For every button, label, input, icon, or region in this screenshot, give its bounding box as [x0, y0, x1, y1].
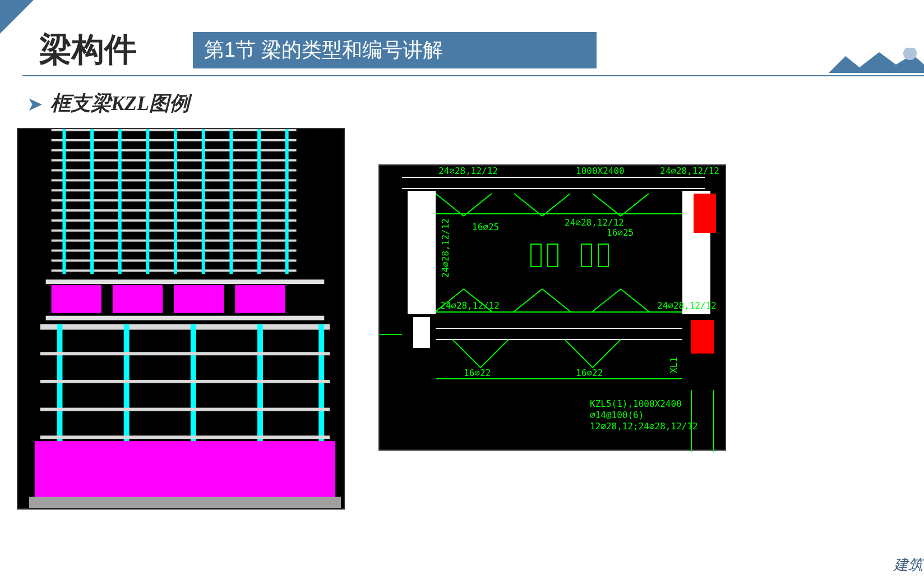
svg-rect-42 — [35, 441, 335, 502]
svg-rect-43 — [29, 497, 341, 508]
svg-rect-30 — [235, 285, 285, 313]
svg-rect-29 — [174, 285, 224, 313]
svg-rect-32 — [40, 324, 330, 330]
svg-rect-18 — [90, 129, 94, 274]
cad-block — [691, 320, 714, 354]
svg-line-64 — [565, 340, 593, 368]
svg-line-55 — [621, 289, 649, 311]
cad-truss — [436, 188, 682, 317]
cad-gridline — [380, 334, 402, 335]
svg-rect-21 — [174, 129, 177, 274]
building-render — [18, 129, 344, 508]
svg-rect-27 — [52, 285, 101, 313]
svg-rect-57 — [548, 244, 558, 267]
svg-rect-20 — [146, 129, 149, 274]
cad-label: 16⌀25 — [472, 222, 499, 232]
cad-label: 24⌀28,12/12 — [657, 300, 717, 311]
svg-line-63 — [481, 340, 509, 368]
building-3d-model — [17, 128, 345, 510]
svg-line-54 — [593, 289, 621, 311]
svg-rect-58 — [581, 244, 592, 267]
svg-rect-40 — [40, 408, 330, 411]
svg-line-65 — [593, 340, 621, 368]
svg-rect-56 — [531, 244, 541, 267]
subtitle-text: 框支梁KZL图例 — [50, 90, 190, 117]
cad-gridline — [713, 390, 714, 452]
cad-line — [402, 177, 705, 178]
svg-rect-28 — [113, 285, 163, 313]
svg-line-45 — [464, 194, 492, 216]
svg-line-48 — [593, 194, 621, 216]
svg-line-52 — [514, 289, 542, 311]
svg-line-53 — [542, 289, 570, 311]
bullet-arrow-icon: ➤ — [27, 93, 43, 115]
subtitle-row: ➤ 框支梁KZL图例 — [27, 90, 190, 117]
svg-line-62 — [452, 340, 481, 368]
cad-column — [413, 317, 430, 348]
cad-truss-bottom — [436, 328, 682, 384]
svg-rect-19 — [118, 129, 122, 274]
cad-gridline — [691, 390, 692, 452]
watermark: 建筑 — [894, 555, 923, 575]
cad-block — [694, 194, 716, 233]
cad-label: KZL5(1),1000X2400 — [590, 398, 682, 409]
corner-accent — [0, 0, 34, 34]
mountain-decoration-icon — [829, 48, 924, 73]
svg-rect-25 — [285, 129, 289, 274]
cad-label: 24⌀28,12/12 — [660, 166, 719, 176]
cad-column — [408, 191, 436, 314]
svg-line-47 — [542, 194, 570, 216]
svg-rect-39 — [40, 380, 330, 383]
main-title: 梁构件 — [39, 28, 137, 72]
svg-line-46 — [514, 194, 542, 216]
svg-rect-31 — [46, 316, 325, 320]
svg-rect-41 — [40, 435, 330, 439]
cad-label: 24⌀28,12/12 — [565, 217, 624, 228]
svg-rect-59 — [598, 244, 608, 267]
svg-rect-38 — [40, 352, 330, 355]
cad-label: ⌀14@100(6) — [590, 410, 644, 420]
svg-line-44 — [436, 194, 464, 216]
cad-label: 24⌀28,12/12 — [438, 166, 498, 176]
cad-drawing: 24⌀28,12/12 1000X2400 24⌀28,12/12 — [378, 164, 726, 451]
svg-rect-24 — [257, 129, 261, 274]
svg-rect-26 — [46, 279, 325, 284]
svg-rect-22 — [202, 129, 205, 274]
cad-label: 12⌀28,12;24⌀28,12/12 — [590, 421, 698, 432]
header-row: 梁构件 第1节 梁的类型和编号讲解 — [39, 28, 924, 72]
cad-label: 24⌀28,12/12 — [440, 300, 500, 311]
header-divider — [22, 75, 924, 76]
section-banner: 第1节 梁的类型和编号讲解 — [193, 32, 597, 68]
svg-rect-23 — [229, 129, 233, 274]
content-area: 24⌀28,12/12 1000X2400 24⌀28,12/12 — [17, 128, 907, 567]
cad-label: 24⌀28,12/12 — [440, 218, 451, 278]
cad-label: 1000X2400 — [576, 166, 625, 176]
svg-line-49 — [621, 194, 649, 216]
svg-rect-17 — [62, 129, 66, 274]
cad-label: 16⌀25 — [607, 227, 634, 238]
